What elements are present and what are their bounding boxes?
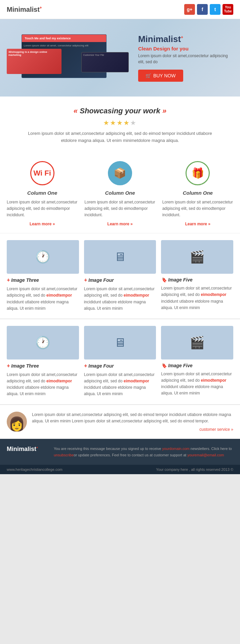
testimonial-body: Lorem ipsum dolor sit amet,consectetur a…	[32, 412, 233, 424]
card-body-three-2: Lorem ipsum dolor sit amet,consectetur a…	[7, 372, 79, 397]
hero-section: Touch Me and feel my existence Lorem ips…	[0, 19, 240, 97]
hero-mockups: Touch Me and feel my existence Lorem ips…	[7, 29, 131, 86]
clapper-icon-2: 🎬	[190, 336, 205, 350]
footer-domain-link[interactable]: yourdomain.com	[162, 447, 189, 451]
card-title-four-1: + Image Four	[84, 277, 156, 283]
clapper-icon-1: 🎬	[190, 250, 205, 264]
youtube-icon[interactable]: YouTube	[223, 4, 233, 15]
bottom-copyright: Your company here , all rights reserved …	[156, 467, 233, 471]
col2-learn-more[interactable]: Learn more »	[84, 222, 155, 226]
col3-title: Column One	[162, 190, 233, 196]
col1-title: Column One	[7, 190, 78, 196]
screen-content: Lorem ipsum dolor sit amet, consectetur …	[22, 42, 106, 49]
main-content: Touch Me and feel my existence Lorem ips…	[0, 19, 240, 474]
card-img-three-1: 🕐	[7, 240, 79, 274]
bottom-website: www.heritagechristiancollege.com	[7, 467, 63, 471]
col2-body: Lorem ipsum dolor sit amet,consectetur a…	[84, 199, 155, 219]
card-title-three-2: + Image Three	[7, 363, 79, 369]
footer: Minimalist+ You are receiving this messa…	[0, 439, 240, 465]
avatar: 👩	[7, 412, 27, 432]
card-body-five-1: Lorem ipsum dolor sit amet,consectetur a…	[161, 285, 233, 311]
card-image-three-2: 🕐 + Image Three Lorem ipsum dolor sit am…	[7, 326, 79, 397]
clock-icon-2: 🕐	[35, 336, 50, 350]
screen-overlay-left: 3Dshopping is a design online marketing	[7, 49, 62, 74]
card-body-three-1: Lorem ipsum dolor sit amet,consectetur a…	[7, 286, 79, 312]
card-img-five-1: 🎬	[161, 240, 233, 274]
footer-text: You are receiving this message because y…	[54, 446, 233, 458]
screen-overlay-text: 3Dshopping is a design online marketing	[7, 49, 62, 58]
hero-text: Minimalist+ Clean Design for you Lorem i…	[138, 34, 233, 82]
gift-icon: 🎁	[186, 161, 210, 185]
card-title-five-2: 🔖 Image Five	[161, 363, 233, 368]
col1-learn-more[interactable]: Learn more »	[7, 222, 78, 226]
columns-section: Wi Fi Column One Lorem ipsum dolor sit a…	[0, 154, 240, 234]
quote-left: «	[74, 107, 78, 115]
screen-overlay-right-text: Customize Your File	[82, 52, 128, 58]
card-title-four-2: + Image Four	[84, 363, 156, 369]
monitor-icon-1: 🖥	[114, 250, 126, 264]
column-one-box: 📦 Column One Lorem ipsum dolor sit amet,…	[84, 161, 155, 227]
card-title-five-1: 🔖 Image Five	[161, 277, 233, 282]
card-image-five-2: 🎬 🔖 Image Five Lorem ipsum dolor sit ame…	[161, 326, 233, 397]
showcase-title: « Showcasing your work »	[7, 107, 233, 115]
social-icons: g+ f t YouTube	[184, 4, 233, 15]
column-one-wifi: Wi Fi Column One Lorem ipsum dolor sit a…	[7, 161, 78, 227]
card-img-four-1: 🖥	[84, 240, 156, 274]
page-wrapper: Minimalist+ g+ f t YouTube Touch Me and …	[0, 0, 240, 474]
footer-unsubscribe-link[interactable]: unsubscribe	[54, 453, 74, 457]
col3-body: Lorem ipsum dolor sit amet,consectetur a…	[162, 199, 233, 219]
card-image-three-1: 🕐 + Image Three Lorem ipsum dolor sit am…	[7, 240, 79, 312]
screen-header: Touch Me and feel my existence	[22, 35, 106, 42]
col1-body: Lorem ipsum dolor sit amet,consectetur a…	[7, 199, 78, 219]
wifi-icon: Wi Fi	[30, 161, 54, 185]
card-image-five-1: 🎬 🔖 Image Five Lorem ipsum dolor sit ame…	[161, 240, 233, 312]
card-img-five-2: 🎬	[161, 326, 233, 359]
cards-grid-2: 🕐 + Image Three Lorem ipsum dolor sit am…	[7, 326, 233, 397]
hero-brand: Minimalist+	[138, 34, 233, 44]
twitter-icon[interactable]: t	[210, 4, 221, 15]
monitor-icon-2: 🖥	[114, 336, 126, 350]
card-body-four-1: Lorem ipsum dolor sit amet,consectetur a…	[84, 286, 156, 312]
cart-icon: 🛒	[146, 73, 151, 78]
star-rating: ★★★★★	[7, 119, 233, 127]
footer-email-link[interactable]: youremail@email.com	[187, 453, 224, 457]
col2-title: Column One	[84, 190, 155, 196]
customer-service-link[interactable]: customer service »	[32, 427, 233, 432]
cards-grid-1: 🕐 + Image Three Lorem ipsum dolor sit am…	[7, 240, 233, 312]
avatar-person-icon: 👩	[8, 416, 25, 432]
bottom-bar: www.heritagechristiancollege.com Your co…	[0, 465, 240, 474]
testimonial-section: 👩 Lorem ipsum dolor sit amet,consectetur…	[0, 405, 240, 439]
testimonial-text: Lorem ipsum dolor sit amet,consectetur a…	[32, 412, 233, 432]
card-img-three-2: 🕐	[7, 326, 79, 359]
clock-icon-1: 🕐	[35, 250, 50, 264]
card-body-four-2: Lorem ipsum dolor sit amet,consectetur a…	[84, 372, 156, 397]
columns-grid: Wi Fi Column One Lorem ipsum dolor sit a…	[7, 161, 233, 227]
buy-now-button[interactable]: 🛒 BUY NOW	[138, 70, 183, 82]
card-body-five-2: Lorem ipsum dolor sit amet,consectetur a…	[161, 371, 233, 397]
card-title-three-1: + Image Three	[7, 277, 79, 283]
header-logo: Minimalist+	[7, 5, 42, 13]
column-one-gift: 🎁 Column One Lorem ipsum dolor sit amet,…	[162, 161, 233, 227]
hero-description: Lorem ipsum dolor sit amet,consectetur a…	[138, 53, 233, 65]
footer-logo: Minimalist+	[7, 446, 47, 458]
cards-section-2: 🕐 + Image Three Lorem ipsum dolor sit am…	[0, 319, 240, 405]
showcase-body: Lorem ipsum dolor sit amet,consectetur a…	[23, 130, 217, 144]
showcase-section: « Showcasing your work » ★★★★★ Lorem ips…	[0, 97, 240, 154]
col3-learn-more[interactable]: Learn more »	[162, 222, 233, 226]
card-img-four-2: 🖥	[84, 326, 156, 359]
google-plus-icon[interactable]: g+	[184, 4, 195, 15]
box-icon: 📦	[108, 161, 132, 185]
screen-overlay-right: Customize Your File	[81, 52, 129, 72]
cards-section-1: 🕐 + Image Three Lorem ipsum dolor sit am…	[0, 233, 240, 319]
facebook-icon[interactable]: f	[197, 4, 208, 15]
hero-tagline: Clean Design for you	[138, 46, 233, 51]
header: Minimalist+ g+ f t YouTube	[0, 0, 240, 19]
mockup-screens: Touch Me and feel my existence Lorem ips…	[7, 29, 131, 86]
quote-right: »	[162, 107, 166, 115]
card-image-four-1: 🖥 + Image Four Lorem ipsum dolor sit ame…	[84, 240, 156, 312]
card-image-four-2: 🖥 + Image Four Lorem ipsum dolor sit ame…	[84, 326, 156, 397]
